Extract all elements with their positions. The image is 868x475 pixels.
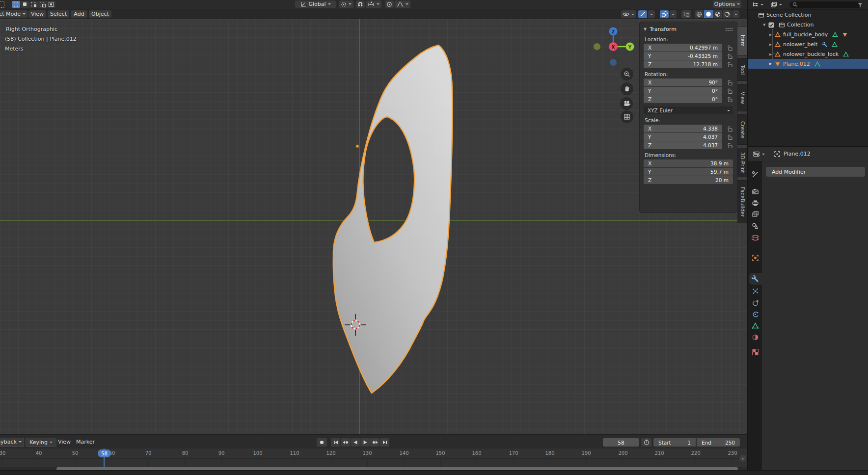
tab-physics[interactable] <box>749 297 761 308</box>
tab-modifiers-selected[interactable] <box>749 273 761 284</box>
rotation-x-field[interactable]: X90° <box>644 79 722 86</box>
mesh-object-plane-012[interactable] <box>333 45 453 393</box>
snap-toggle-button[interactable] <box>356 0 365 8</box>
lock-icon[interactable] <box>722 126 733 132</box>
select-mode-new-button[interactable] <box>12 1 20 8</box>
shading-material-button[interactable] <box>713 10 722 18</box>
tab-tool[interactable] <box>749 169 761 180</box>
tab-output[interactable] <box>749 198 761 209</box>
current-frame-field[interactable]: 58 <box>603 438 639 447</box>
pivot-point-dropdown[interactable] <box>339 0 353 8</box>
menu-object[interactable]: Object <box>89 10 111 18</box>
sidebar-tab-create[interactable]: Create <box>737 114 748 145</box>
lock-icon[interactable] <box>722 45 733 51</box>
camera-view-button[interactable] <box>620 97 633 110</box>
add-modifier-button[interactable]: Add Modifier <box>766 167 865 177</box>
filter-dropdown[interactable] <box>857 1 863 8</box>
sidebar-tab-item[interactable]: Item <box>737 26 748 55</box>
rotation-y-field[interactable]: Y0° <box>644 87 722 95</box>
menu-view[interactable]: View <box>28 10 46 18</box>
gizmo-settings-dropdown[interactable] <box>648 10 655 18</box>
scale-y-field[interactable]: Y4.037 <box>644 133 722 141</box>
outliner-row-object[interactable]: ▶ nolower_buckle_lock <box>748 50 868 59</box>
object-origin-dot[interactable] <box>356 145 359 148</box>
lock-icon[interactable] <box>722 134 733 140</box>
shading-wireframe-button[interactable] <box>695 10 704 18</box>
previous-keyframe-button[interactable] <box>341 438 350 447</box>
outliner-search-input[interactable] <box>789 1 860 8</box>
tab-material[interactable] <box>749 332 761 343</box>
shading-settings-dropdown[interactable] <box>732 10 739 18</box>
mode-dropdown[interactable]: Object Mode <box>0 10 27 18</box>
select-mode-intersect-button[interactable] <box>47 1 55 8</box>
disclosure-closed-icon[interactable]: ▶ <box>769 62 774 66</box>
gizmo-axis-neg-y[interactable] <box>594 43 600 50</box>
location-y-field[interactable]: Y-0.43325 m <box>644 52 722 60</box>
disclosure-open-icon[interactable]: ▼ <box>763 23 768 27</box>
panel-drag-handle-icon[interactable] <box>725 27 733 31</box>
frame-start-field[interactable]: Start 1 <box>653 438 696 447</box>
marker-menu[interactable]: Marker <box>76 438 95 446</box>
outliner-row-object-selected[interactable]: ▶ Plane.012 <box>748 59 868 69</box>
tab-object-data[interactable] <box>749 320 761 331</box>
record-button[interactable] <box>317 438 327 447</box>
outliner-row-collection[interactable]: ▼ Collection <box>748 20 868 29</box>
proportional-falloff-dropdown[interactable] <box>395 0 410 8</box>
tab-render[interactable] <box>749 186 761 197</box>
timeline-tracks[interactable] <box>0 458 748 467</box>
view-menu[interactable]: View <box>58 438 71 446</box>
dimensions-y-field[interactable]: Y59.7 m <box>644 168 733 176</box>
lock-icon[interactable] <box>722 96 733 103</box>
panel-collapse-arrow[interactable]: ▼ <box>644 27 647 31</box>
menu-select[interactable]: Select <box>48 10 69 18</box>
disclosure-closed-icon[interactable]: ▶ <box>769 53 774 56</box>
select-mode-subtract-button[interactable] <box>29 1 38 8</box>
display-mode-dropdown[interactable] <box>769 1 784 8</box>
tab-particles[interactable] <box>749 286 761 296</box>
disclosure-closed-icon[interactable]: ▶ <box>769 43 774 47</box>
collection-checkbox[interactable] <box>768 22 775 28</box>
rotation-mode-dropdown[interactable]: XYZ Euler <box>644 106 733 114</box>
overlays-settings-dropdown[interactable] <box>670 10 677 18</box>
show-gizmo-toggle[interactable] <box>638 10 647 18</box>
show-overlays-toggle[interactable] <box>660 10 669 18</box>
scale-x-field[interactable]: X4.338 <box>644 125 722 132</box>
play-button[interactable] <box>360 438 370 447</box>
outliner-row-object[interactable]: ▶ nolower_belt <box>748 40 868 49</box>
play-reverse-button[interactable] <box>351 438 360 447</box>
next-keyframe-button[interactable] <box>370 438 380 447</box>
sidebar-tab-facebuilder[interactable]: FaceBuilder <box>737 180 748 223</box>
lock-icon[interactable] <box>722 61 733 68</box>
object-type-visibility-dropdown[interactable] <box>621 10 636 18</box>
playback-menu[interactable]: Playback <box>0 438 24 447</box>
gizmo-axis-neg-z[interactable] <box>610 59 617 66</box>
jump-to-start-button[interactable] <box>331 438 340 447</box>
zoom-button[interactable] <box>621 68 633 80</box>
tab-constraints[interactable] <box>749 309 761 319</box>
timeline-ruler[interactable]: 30 40 50 60 70 80 90 100 110 120 130 140… <box>0 449 748 458</box>
outliner-row-object[interactable]: ▶ full_buckle_body <box>748 30 868 39</box>
timeline-collapse-arrow[interactable]: ‹ <box>739 455 746 462</box>
active-tool-indicator[interactable] <box>0 1 4 8</box>
navigation-gizmo[interactable]: Z Y X <box>589 25 638 74</box>
sidebar-tab-view[interactable]: View <box>737 84 748 111</box>
use-preview-range-button[interactable] <box>641 438 651 447</box>
shading-rendered-button[interactable] <box>723 10 732 18</box>
disclosure-closed-icon[interactable]: ▶ <box>769 33 774 37</box>
orthographic-toggle-button[interactable] <box>621 110 633 123</box>
lock-icon[interactable] <box>722 142 733 149</box>
tab-object[interactable] <box>749 252 761 263</box>
shading-solid-button[interactable] <box>704 10 713 18</box>
rotation-z-field[interactable]: Z0° <box>644 95 722 103</box>
snap-settings-dropdown[interactable] <box>366 0 381 8</box>
sidebar-tab-tool[interactable]: Tool <box>737 58 748 81</box>
outliner-row-scene-collection[interactable]: Scene Collection <box>748 10 868 20</box>
editor-type-dropdown[interactable] <box>750 1 765 8</box>
sidebar-tab-3d-print[interactable]: 3D-Print <box>737 148 748 177</box>
viewport-3d[interactable]: Right Orthographic (58) Collection | Pla… <box>0 19 748 434</box>
lock-icon[interactable] <box>722 53 733 59</box>
dimensions-z-field[interactable]: Z20 m <box>644 176 733 184</box>
proportional-editing-toggle[interactable] <box>385 0 394 8</box>
location-x-field[interactable]: X0.42997 m <box>644 44 722 52</box>
tab-world[interactable] <box>749 232 761 243</box>
